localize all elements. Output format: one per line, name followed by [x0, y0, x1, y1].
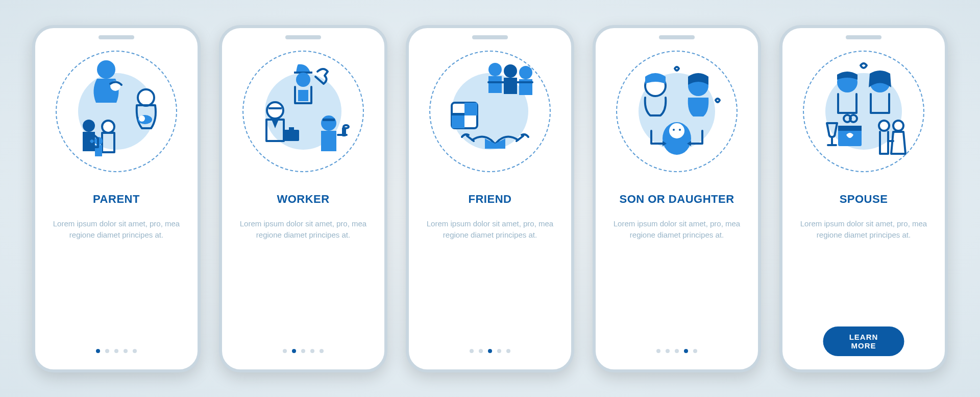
dot-2[interactable] — [666, 349, 670, 353]
screen-description: Lorem ipsum dolor sit amet, pro, mea reg… — [424, 218, 556, 241]
dot-5[interactable] — [133, 349, 137, 353]
phone-notch — [472, 35, 508, 39]
screen-description: Lorem ipsum dolor sit amet, pro, mea reg… — [50, 218, 183, 241]
svg-rect-14 — [289, 127, 294, 130]
pagination-dots — [656, 349, 697, 353]
phone-notch — [846, 35, 881, 39]
dot-3[interactable] — [301, 349, 305, 353]
svg-point-5 — [83, 120, 95, 132]
dot-4[interactable] — [124, 349, 128, 353]
dot-5[interactable] — [320, 349, 324, 353]
dot-3[interactable] — [488, 349, 492, 353]
svg-point-32 — [893, 121, 903, 131]
pagination-dots — [470, 349, 510, 353]
phone-notch — [99, 35, 134, 39]
dot-4[interactable] — [497, 349, 501, 353]
screen-description: Lorem ipsum dolor sit amet, pro, mea reg… — [237, 218, 370, 241]
phone-notch — [659, 35, 695, 39]
phone-notch — [285, 35, 321, 39]
onboarding-screen-worker: WORKER Lorem ipsum dolor sit amet, pro, … — [219, 25, 387, 372]
onboarding-screen-friend: FRIEND Lorem ipsum dolor sit amet, pro, … — [406, 25, 574, 372]
svg-point-0 — [97, 60, 115, 79]
dot-1[interactable] — [96, 349, 100, 353]
dot-1[interactable] — [283, 349, 287, 353]
svg-rect-12 — [268, 107, 282, 109]
parent-icon — [60, 54, 173, 169]
dot-5[interactable] — [506, 349, 510, 353]
dot-4[interactable] — [684, 349, 688, 353]
dot-1[interactable] — [656, 349, 660, 353]
dot-2[interactable] — [292, 349, 296, 353]
svg-point-19 — [488, 63, 502, 76]
onboarding-screen-spouse: SPOUSE Lorem ipsum dolor sit amet, pro, … — [779, 25, 948, 372]
spouse-icon — [807, 54, 920, 169]
svg-point-27 — [673, 129, 675, 131]
svg-point-21 — [519, 66, 532, 79]
svg-point-9 — [296, 73, 310, 87]
svg-rect-13 — [284, 130, 299, 141]
dot-3[interactable] — [114, 349, 118, 353]
svg-point-26 — [669, 123, 684, 138]
screen-title: SON OR DAUGHTER — [619, 193, 734, 206]
dot-5[interactable] — [693, 349, 697, 353]
onboarding-screen-son-daughter: SON OR DAUGHTER Lorem ipsum dolor sit am… — [593, 25, 761, 372]
svg-point-15 — [321, 115, 336, 131]
svg-point-6 — [102, 121, 114, 133]
svg-rect-16 — [323, 119, 335, 121]
pagination-dots — [283, 349, 324, 353]
svg-point-18 — [344, 125, 349, 128]
svg-point-20 — [504, 64, 517, 78]
illustration-son-daughter — [613, 48, 741, 175]
onboarding-screen-parent: PARENT Lorem ipsum dolor sit amet, pro, … — [32, 25, 201, 372]
friend-icon — [434, 54, 546, 169]
svg-point-4 — [139, 115, 145, 122]
learn-more-button[interactable]: LEARN MORE — [823, 326, 904, 356]
dot-2[interactable] — [105, 349, 109, 353]
screen-title: PARENT — [93, 193, 140, 206]
illustration-worker — [239, 48, 367, 175]
screen-title: WORKER — [277, 193, 329, 206]
dot-1[interactable] — [470, 349, 474, 353]
svg-point-31 — [879, 121, 889, 131]
worker-icon — [247, 54, 359, 169]
screen-description: Lorem ipsum dolor sit amet, pro, mea reg… — [610, 218, 743, 241]
svg-rect-10 — [298, 90, 308, 101]
screen-description: Lorem ipsum dolor sit amet, pro, mea reg… — [797, 218, 930, 241]
svg-rect-17 — [343, 128, 345, 135]
illustration-friend — [426, 48, 554, 175]
son-daughter-icon — [621, 54, 733, 169]
svg-rect-34 — [838, 126, 862, 131]
svg-point-11 — [267, 102, 283, 119]
screen-title: SPOUSE — [840, 193, 888, 206]
dot-3[interactable] — [675, 349, 679, 353]
illustration-parent — [53, 48, 180, 175]
pagination-dots — [96, 349, 137, 353]
svg-point-2 — [138, 89, 154, 106]
svg-point-28 — [679, 129, 681, 131]
illustration-spouse — [800, 48, 927, 175]
dot-4[interactable] — [310, 349, 314, 353]
screen-title: FRIEND — [469, 193, 512, 206]
dot-2[interactable] — [479, 349, 483, 353]
